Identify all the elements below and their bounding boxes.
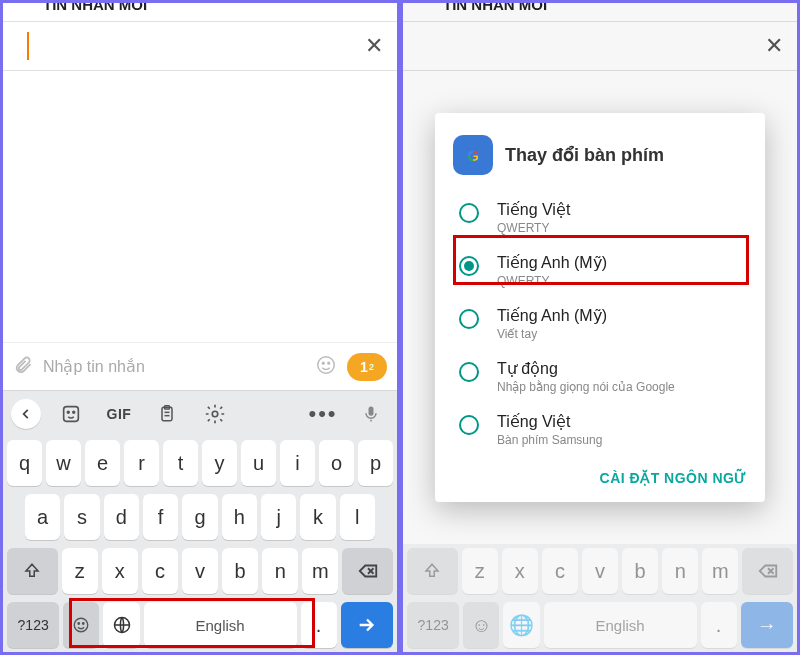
- key-i[interactable]: i: [280, 440, 315, 486]
- svg-point-15: [78, 623, 80, 625]
- input-row: Nhập tin nhắn 12: [3, 342, 397, 390]
- option-auto-voice[interactable]: Tự động Nhập bằng giọng nói của Google: [453, 350, 747, 403]
- mic-icon[interactable]: [353, 396, 389, 432]
- key-v[interactable]: v: [182, 548, 218, 594]
- enter-key[interactable]: [341, 602, 393, 648]
- option-main: Tiếng Việt: [497, 200, 570, 219]
- key-p[interactable]: p: [358, 440, 393, 486]
- message-area: [3, 71, 397, 342]
- key-o[interactable]: o: [319, 440, 354, 486]
- option-main: Tiếng Anh (Mỹ): [497, 306, 607, 325]
- key-a[interactable]: a: [25, 494, 60, 540]
- key-f[interactable]: f: [143, 494, 178, 540]
- sim-number-2: 2: [369, 362, 374, 372]
- close-icon[interactable]: ✕: [365, 33, 383, 59]
- svg-point-16: [83, 623, 85, 625]
- space-key[interactable]: English: [144, 602, 297, 648]
- phone-right: TIN NHAN MOI ✕ z x c v b n m ?123 ☺ 🌐 En…: [403, 3, 797, 652]
- key-e[interactable]: e: [85, 440, 120, 486]
- radio-icon-selected: [459, 256, 479, 276]
- key-w[interactable]: w: [46, 440, 81, 486]
- gboard-icon: G: [453, 135, 493, 175]
- dialog-title: Thay đổi bàn phím: [505, 144, 664, 166]
- chevron-left-icon[interactable]: [11, 399, 41, 429]
- sticker-icon[interactable]: [53, 396, 89, 432]
- key-t[interactable]: t: [163, 440, 198, 486]
- dialog-overlay: G Thay đổi bàn phím Tiếng Việt QWERTY Ti…: [403, 3, 797, 652]
- option-sub: Nhập bằng giọng nói của Google: [497, 380, 675, 394]
- option-vietnamese-samsung[interactable]: Tiếng Việt Bàn phím Samsung: [453, 403, 747, 456]
- shift-key[interactable]: [7, 548, 58, 594]
- text-cursor: [27, 32, 29, 60]
- key-row-bottom: ?123 English .: [3, 598, 397, 652]
- key-q[interactable]: q: [7, 440, 42, 486]
- svg-point-2: [328, 362, 330, 364]
- language-key[interactable]: [103, 602, 139, 648]
- radio-icon: [459, 415, 479, 435]
- option-main: Tiếng Việt: [497, 412, 602, 431]
- backspace-key[interactable]: [342, 548, 393, 594]
- key-u[interactable]: u: [241, 440, 276, 486]
- key-k[interactable]: k: [300, 494, 335, 540]
- option-sub: Bàn phím Samsung: [497, 433, 602, 447]
- key-n[interactable]: n: [262, 548, 298, 594]
- key-c[interactable]: c: [142, 548, 178, 594]
- keyboard-switch-dialog: G Thay đổi bàn phím Tiếng Việt QWERTY Ti…: [435, 113, 765, 502]
- svg-point-10: [212, 411, 218, 417]
- svg-point-14: [75, 618, 89, 632]
- key-row-3: z x c v b n m: [3, 544, 397, 598]
- option-english-us-handwriting[interactable]: Tiếng Anh (Mỹ) Viết tay: [453, 297, 747, 350]
- symbols-key[interactable]: ?123: [7, 602, 59, 648]
- svg-rect-3: [64, 406, 79, 421]
- emoji-icon[interactable]: [315, 354, 337, 380]
- svg-point-5: [73, 411, 75, 413]
- option-main: Tự động: [497, 359, 675, 378]
- key-z[interactable]: z: [62, 548, 98, 594]
- key-g[interactable]: g: [182, 494, 217, 540]
- svg-point-1: [322, 362, 324, 364]
- gif-button[interactable]: GIF: [101, 396, 137, 432]
- option-main: Tiếng Anh (Mỹ): [497, 253, 607, 272]
- key-row-2: a s d f g h j k l: [3, 490, 397, 544]
- option-sub: QWERTY: [497, 274, 607, 288]
- svg-point-0: [318, 356, 335, 373]
- phone-left: TIN NHAN MOI ✕ Nhập tin nhắn 12 GIF •••: [3, 3, 397, 652]
- key-y[interactable]: y: [202, 440, 237, 486]
- key-h[interactable]: h: [222, 494, 257, 540]
- send-button[interactable]: 12: [347, 353, 387, 381]
- radio-icon: [459, 309, 479, 329]
- attach-icon[interactable]: [13, 355, 33, 379]
- option-english-us-qwerty[interactable]: Tiếng Anh (Mỹ) QWERTY: [453, 244, 747, 297]
- period-key[interactable]: .: [301, 602, 337, 648]
- key-row-1: q w e r t y u i o p: [3, 436, 397, 490]
- more-icon[interactable]: •••: [305, 396, 341, 432]
- radio-icon: [459, 203, 479, 223]
- screen-title: TIN NHAN MOI: [3, 3, 397, 21]
- clipboard-icon[interactable]: [149, 396, 185, 432]
- key-d[interactable]: d: [104, 494, 139, 540]
- key-m[interactable]: m: [302, 548, 338, 594]
- radio-icon: [459, 362, 479, 382]
- svg-point-4: [67, 411, 69, 413]
- keyboard: GIF ••• q w e r t y u i o p a s d f g h …: [3, 390, 397, 652]
- language-settings-button[interactable]: CÀI ĐẶT NGÔN NGỮ: [453, 470, 747, 486]
- key-b[interactable]: b: [222, 548, 258, 594]
- option-vietnamese-qwerty[interactable]: Tiếng Việt QWERTY: [453, 191, 747, 244]
- gear-icon[interactable]: [197, 396, 233, 432]
- emoji-key[interactable]: [63, 602, 99, 648]
- input-placeholder[interactable]: Nhập tin nhắn: [43, 357, 305, 376]
- option-sub: Viết tay: [497, 327, 607, 341]
- key-l[interactable]: l: [340, 494, 375, 540]
- key-r[interactable]: r: [124, 440, 159, 486]
- key-s[interactable]: s: [64, 494, 99, 540]
- svg-rect-11: [369, 406, 374, 415]
- sim-number: 1: [360, 359, 368, 375]
- kb-toolbar: GIF •••: [3, 390, 397, 436]
- compose-bar[interactable]: ✕: [3, 21, 397, 71]
- option-sub: QWERTY: [497, 221, 570, 235]
- key-j[interactable]: j: [261, 494, 296, 540]
- dialog-header: G Thay đổi bàn phím: [453, 135, 747, 175]
- key-x[interactable]: x: [102, 548, 138, 594]
